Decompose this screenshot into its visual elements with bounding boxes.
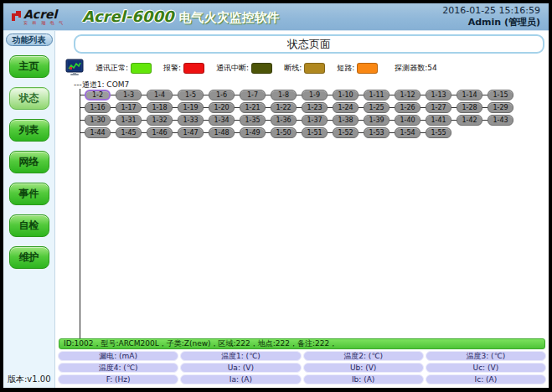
detector-node-1-18[interactable]: 1-18	[147, 102, 173, 113]
metric-field: Ub: (V)	[303, 363, 424, 373]
detector-node-1-13[interactable]: 1-13	[426, 90, 451, 101]
tree-node-row: 1-441-451-461-471-481-491-501-511-521-53…	[80, 126, 549, 139]
detector-node-1-36[interactable]: 1-36	[271, 115, 297, 126]
metric-field: Ua: (V)	[180, 363, 301, 373]
detector-node-1-28[interactable]: 1-28	[457, 102, 482, 113]
status-legend: 通讯正常:报警:通讯中断:断线:短路: 探测器数:54	[65, 58, 549, 78]
detector-node-1-34[interactable]: 1-34	[209, 115, 235, 126]
detector-node-1-25[interactable]: 1-25	[364, 102, 389, 113]
detector-node-1-3[interactable]: 1-3	[116, 90, 142, 101]
legend-item: 通讯中断:	[216, 63, 272, 74]
device-detail-bar: ID:1002，型号:ARCM200L，子类:Z(new)，区域:222，地点:…	[59, 338, 545, 349]
detector-node-1-9[interactable]: 1-9	[302, 90, 328, 101]
tree-node-row: 1-161-171-181-191-201-211-221-231-241-25…	[80, 101, 549, 114]
tree-trunk-line	[80, 89, 80, 338]
metric-field: 温度4: (℃)	[58, 363, 178, 373]
detector-node-1-22[interactable]: 1-22	[271, 102, 297, 113]
legend-item: 断线:	[284, 63, 325, 74]
sidebar-button-状态[interactable]: 状态	[9, 87, 49, 110]
metric-field: 温度3: (℃)	[426, 351, 546, 361]
detector-node-1-23[interactable]: 1-23	[302, 102, 328, 113]
detector-node-1-41[interactable]: 1-41	[426, 115, 451, 126]
metric-field: Ic: (A)	[426, 374, 546, 384]
sidebar: 功能列表 主页状态列表网络事件自检维护 版本:v1.00	[3, 31, 55, 388]
acrel-logo-icon	[10, 10, 23, 23]
datetime: 2016-01-25 15:16:59	[442, 5, 540, 17]
legend-item: 短路:	[337, 63, 378, 74]
detector-node-1-21[interactable]: 1-21	[240, 102, 266, 113]
legend-label: 通讯正常:	[95, 63, 128, 74]
detector-node-1-29[interactable]: 1-29	[488, 102, 513, 113]
detector-node-1-14[interactable]: 1-14	[457, 90, 482, 101]
metric-field: 温度1: (℃)	[180, 351, 301, 361]
legend-item: 报警:	[163, 63, 204, 74]
detector-node-1-38[interactable]: 1-38	[333, 115, 359, 126]
detector-node-1-4[interactable]: 1-4	[147, 90, 173, 101]
metric-field: Uc: (V)	[426, 363, 546, 373]
detector-node-1-10[interactable]: 1-10	[333, 90, 359, 101]
detector-node-1-5[interactable]: 1-5	[178, 90, 204, 101]
metric-field: 温度2: (℃)	[303, 351, 424, 361]
detector-node-1-55[interactable]: 1-55	[426, 127, 451, 138]
title-bar: Acrel 安 科 瑞 电 气 Acrel-6000 电气火灾监控软件 2016…	[3, 3, 549, 31]
detector-node-1-49[interactable]: 1-49	[240, 127, 266, 138]
legend-label: 断线:	[284, 63, 302, 74]
legend-label: 短路:	[337, 63, 354, 74]
detector-node-1-24[interactable]: 1-24	[333, 102, 359, 113]
detector-node-1-54[interactable]: 1-54	[395, 127, 420, 138]
detector-node-1-45[interactable]: 1-45	[116, 127, 142, 138]
detector-node-1-15[interactable]: 1-15	[488, 90, 513, 101]
detector-node-1-35[interactable]: 1-35	[240, 115, 266, 126]
detector-node-1-32[interactable]: 1-32	[147, 115, 173, 126]
sidebar-button-列表[interactable]: 列表	[9, 119, 49, 142]
detector-node-1-2[interactable]: 1-2	[85, 90, 111, 101]
detector-node-1-11[interactable]: 1-11	[364, 90, 389, 101]
legend-item: 通讯正常:	[95, 63, 152, 74]
detector-count: 探测器数:54	[395, 63, 436, 74]
detector-node-1-6[interactable]: 1-6	[209, 90, 235, 101]
sidebar-button-自检[interactable]: 自检	[9, 214, 49, 237]
sidebar-button-维护[interactable]: 维护	[9, 246, 49, 269]
tree-root-channel[interactable]: ---通道1: COM7	[74, 78, 549, 89]
main-panel: 状态页面 通讯正常:报警:通讯中断:断线:短路: 探测器数:54 --	[55, 31, 549, 388]
detector-node-1-47[interactable]: 1-47	[178, 127, 204, 138]
current-user: Admin (管理员)	[442, 17, 540, 28]
detector-node-1-44[interactable]: 1-44	[85, 127, 111, 138]
detector-node-1-16[interactable]: 1-16	[85, 102, 111, 113]
detector-node-1-26[interactable]: 1-26	[395, 102, 420, 113]
logo-subtext: 安 科 瑞 电 气	[23, 21, 64, 25]
legend-label: 通讯中断:	[216, 63, 249, 74]
detector-node-1-39[interactable]: 1-39	[364, 115, 389, 126]
app-name: Acrel-6000	[82, 8, 173, 25]
detector-node-1-53[interactable]: 1-53	[364, 127, 389, 138]
tree-node-row: 1-21-31-41-51-61-71-81-91-101-111-121-13…	[80, 89, 549, 101]
metric-field: 漏电: (mA)	[58, 351, 178, 361]
sidebar-button-事件[interactable]: 事件	[9, 183, 49, 205]
status-color-swatch	[357, 63, 378, 74]
detector-node-1-43[interactable]: 1-43	[488, 115, 513, 126]
detector-node-1-42[interactable]: 1-42	[457, 115, 482, 126]
detector-node-1-17[interactable]: 1-17	[116, 102, 142, 113]
sidebar-header: 功能列表	[6, 34, 53, 46]
detector-node-1-27[interactable]: 1-27	[426, 102, 451, 113]
detector-node-1-52[interactable]: 1-52	[333, 127, 359, 138]
detector-node-1-46[interactable]: 1-46	[147, 127, 173, 138]
detector-node-1-7[interactable]: 1-7	[240, 90, 266, 101]
detector-node-1-40[interactable]: 1-40	[395, 115, 420, 126]
sidebar-button-主页[interactable]: 主页	[9, 55, 49, 78]
detector-node-1-37[interactable]: 1-37	[302, 115, 328, 126]
detector-node-1-12[interactable]: 1-12	[395, 90, 420, 101]
detector-node-1-20[interactable]: 1-20	[209, 102, 235, 113]
detector-node-1-30[interactable]: 1-30	[85, 115, 111, 126]
detector-node-1-51[interactable]: 1-51	[302, 127, 328, 138]
detector-node-1-8[interactable]: 1-8	[271, 90, 297, 101]
status-color-swatch	[131, 63, 152, 74]
sidebar-button-网络[interactable]: 网络	[9, 151, 49, 173]
detector-node-1-48[interactable]: 1-48	[209, 127, 235, 138]
detector-node-1-33[interactable]: 1-33	[178, 115, 204, 126]
detector-node-1-50[interactable]: 1-50	[271, 127, 297, 138]
detector-node-1-31[interactable]: 1-31	[116, 115, 142, 126]
app-title: 电气火灾监控软件	[178, 10, 279, 26]
acrel-logo: Acrel 安 科 瑞 电 气	[10, 8, 70, 25]
detector-node-1-19[interactable]: 1-19	[178, 102, 204, 113]
